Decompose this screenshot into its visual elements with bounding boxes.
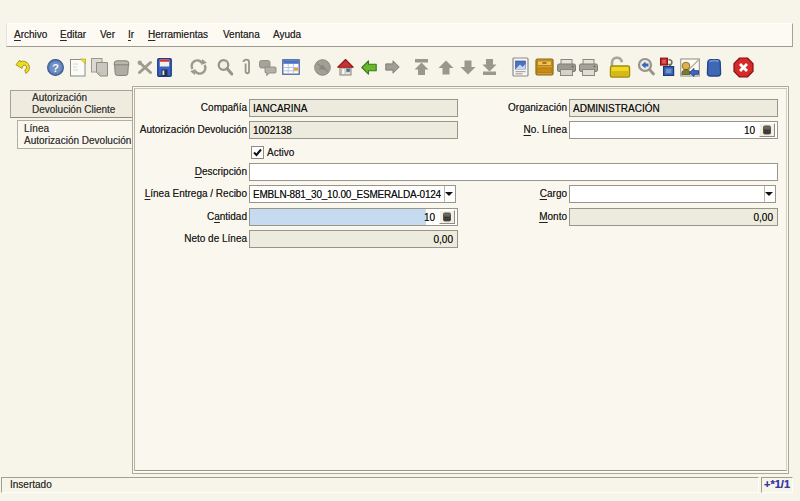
svg-text:?: ?	[51, 62, 58, 74]
